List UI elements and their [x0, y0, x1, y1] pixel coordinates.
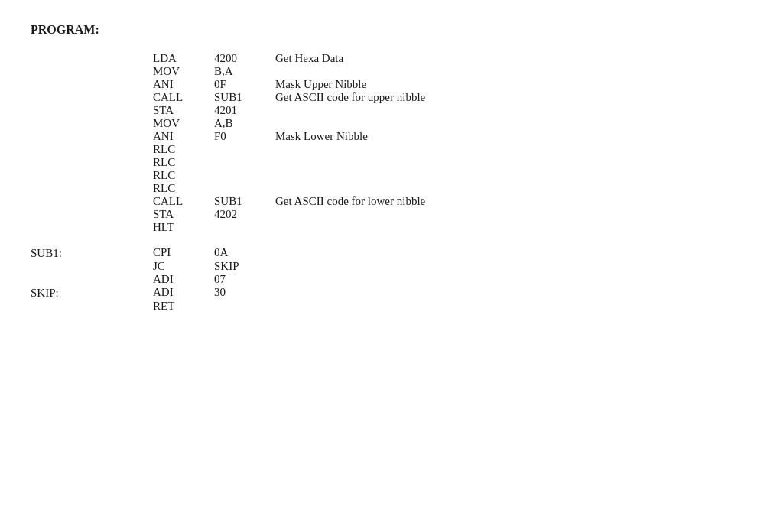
- instruction-comment: Get ASCII code for upper nibble: [275, 91, 425, 104]
- table-row: RLC: [31, 156, 425, 169]
- instruction-label: [31, 117, 153, 130]
- table-row: RLC: [31, 169, 425, 182]
- instruction-mnemonic: RLC: [153, 156, 214, 169]
- instruction-label: [31, 130, 153, 143]
- instruction-operand: SKIP: [214, 260, 275, 273]
- instruction-label: [31, 104, 153, 117]
- instruction-comment: [275, 260, 425, 273]
- table-row: RLC: [31, 182, 425, 195]
- instruction-mnemonic: JC: [153, 260, 214, 273]
- instruction-comment: [275, 65, 425, 78]
- instruction-label: SUB1:: [31, 246, 153, 260]
- table-row: JCSKIP: [31, 260, 425, 273]
- instruction-operand: 0F: [214, 78, 275, 91]
- instruction-label: [31, 169, 153, 182]
- instruction-operand: SUB1: [214, 195, 275, 208]
- instruction-operand: [214, 221, 275, 234]
- instruction-mnemonic: MOV: [153, 65, 214, 78]
- instruction-comment: [275, 221, 425, 234]
- instruction-mnemonic: MOV: [153, 117, 214, 130]
- instruction-operand: 4200: [214, 52, 275, 65]
- instruction-mnemonic: STA: [153, 104, 214, 117]
- instruction-operand: [214, 169, 275, 182]
- page-container: PROGRAM: LDA4200Get Hexa DataMOVB,AANI0F…: [31, 23, 752, 313]
- instruction-label: [31, 65, 153, 78]
- instruction-label: [31, 260, 153, 273]
- instruction-comment: [275, 273, 425, 286]
- instruction-operand: A,B: [214, 117, 275, 130]
- table-row: MOVB,A: [31, 65, 425, 78]
- table-row: MOVA,B: [31, 117, 425, 130]
- instruction-comment: Mask Lower Nibble: [275, 130, 425, 143]
- instruction-operand: 4202: [214, 208, 275, 221]
- table-row: [31, 234, 425, 246]
- program-heading: PROGRAM:: [31, 23, 752, 37]
- table-row: LDA4200Get Hexa Data: [31, 52, 425, 65]
- instruction-operand: [214, 182, 275, 195]
- instruction-operand: 30: [214, 286, 275, 300]
- instruction-label: [31, 221, 153, 234]
- instruction-label: [31, 78, 153, 91]
- instruction-mnemonic: ANI: [153, 78, 214, 91]
- instruction-mnemonic: CPI: [153, 246, 214, 260]
- table-row: HLT: [31, 221, 425, 234]
- table-row: STA4202: [31, 208, 425, 221]
- instruction-label: [31, 52, 153, 65]
- instruction-label: [31, 182, 153, 195]
- instruction-operand: 4201: [214, 104, 275, 117]
- instruction-mnemonic: ADI: [153, 286, 214, 300]
- instruction-comment: [275, 117, 425, 130]
- instruction-operand: B,A: [214, 65, 275, 78]
- table-row: SKIP:ADI30: [31, 286, 425, 300]
- table-row: ANI0FMask Upper Nibble: [31, 78, 425, 91]
- table-row: CALLSUB1Get ASCII code for upper nibble: [31, 91, 425, 104]
- instruction-label: [31, 195, 153, 208]
- instruction-comment: [275, 169, 425, 182]
- instruction-comment: [275, 156, 425, 169]
- table-row: CALLSUB1Get ASCII code for lower nibble: [31, 195, 425, 208]
- instruction-label: SKIP:: [31, 286, 153, 300]
- table-row: STA4201: [31, 104, 425, 117]
- instruction-mnemonic: RLC: [153, 143, 214, 156]
- table-row: RET: [31, 300, 425, 313]
- instruction-operand: [214, 300, 275, 313]
- instruction-comment: [275, 300, 425, 313]
- program-table: LDA4200Get Hexa DataMOVB,AANI0FMask Uppe…: [31, 52, 425, 313]
- instruction-label: [31, 143, 153, 156]
- instruction-comment: [275, 246, 425, 260]
- instruction-comment: [275, 104, 425, 117]
- instruction-label: [31, 156, 153, 169]
- instruction-operand: [214, 143, 275, 156]
- instruction-operand: F0: [214, 130, 275, 143]
- instruction-label: [31, 91, 153, 104]
- instruction-operand: [214, 156, 275, 169]
- instruction-mnemonic: ADI: [153, 273, 214, 286]
- instruction-label: [31, 300, 153, 313]
- instruction-mnemonic: CALL: [153, 195, 214, 208]
- instruction-operand: 0A: [214, 246, 275, 260]
- instruction-comment: [275, 182, 425, 195]
- table-row: SUB1:CPI0A: [31, 246, 425, 260]
- instruction-mnemonic: RET: [153, 300, 214, 313]
- table-row: RLC: [31, 143, 425, 156]
- instruction-comment: Get ASCII code for lower nibble: [275, 195, 425, 208]
- instruction-comment: Get Hexa Data: [275, 52, 425, 65]
- instruction-mnemonic: LDA: [153, 52, 214, 65]
- instruction-operand: SUB1: [214, 91, 275, 104]
- instruction-comment: Mask Upper Nibble: [275, 78, 425, 91]
- instruction-mnemonic: RLC: [153, 169, 214, 182]
- instruction-mnemonic: STA: [153, 208, 214, 221]
- instruction-mnemonic: RLC: [153, 182, 214, 195]
- instruction-operand: 07: [214, 273, 275, 286]
- instruction-mnemonic: HLT: [153, 221, 214, 234]
- instruction-mnemonic: ANI: [153, 130, 214, 143]
- table-row: ANIF0Mask Lower Nibble: [31, 130, 425, 143]
- instruction-mnemonic: CALL: [153, 91, 214, 104]
- table-row: ADI07: [31, 273, 425, 286]
- instruction-comment: [275, 286, 425, 300]
- instruction-comment: [275, 208, 425, 221]
- instruction-label: [31, 208, 153, 221]
- instruction-label: [31, 273, 153, 286]
- instruction-comment: [275, 143, 425, 156]
